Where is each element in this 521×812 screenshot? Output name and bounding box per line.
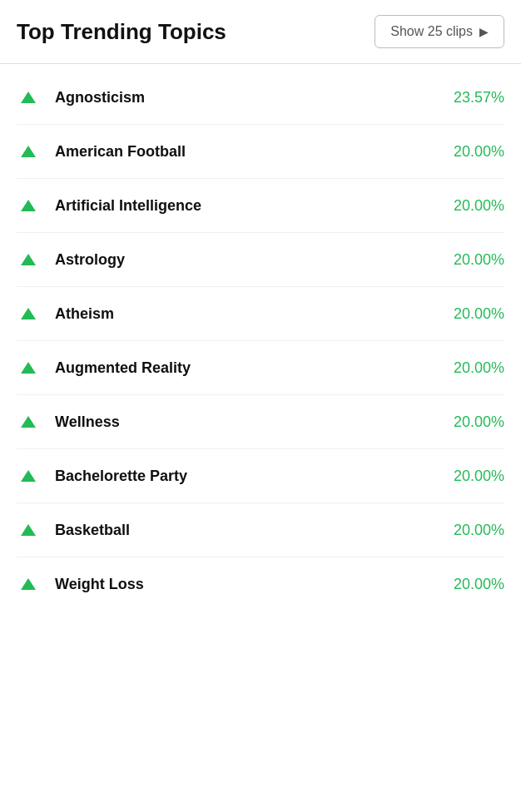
topic-percent: 20.00% [454, 468, 504, 485]
trend-up-icon [17, 302, 40, 325]
topic-percent: 20.00% [454, 522, 504, 539]
topic-percent: 20.00% [454, 576, 504, 593]
topic-item[interactable]: Augmented Reality 20.00% [17, 341, 504, 395]
trend-up-icon [17, 86, 40, 109]
trend-up-icon [17, 356, 40, 379]
topic-name: Atheism [55, 305, 454, 323]
topic-name: Agnosticism [55, 89, 454, 106]
topic-item[interactable]: American Football 20.00% [17, 125, 504, 179]
topic-item[interactable]: Agnosticism 23.57% [17, 71, 504, 125]
show-clips-label: Show 25 clips [390, 24, 473, 39]
topic-name: Bachelorette Party [55, 468, 454, 485]
topic-name: Wellness [55, 413, 454, 431]
play-icon: ▶ [479, 25, 489, 38]
topic-item[interactable]: Basketball 20.00% [17, 503, 504, 557]
topic-item[interactable]: Astrology 20.00% [17, 233, 504, 287]
trend-up-icon [17, 464, 40, 488]
trend-up-icon [17, 518, 40, 542]
trend-up-icon [17, 248, 40, 271]
topic-name: Augmented Reality [55, 359, 454, 377]
topic-item[interactable]: Artificial Intelligence 20.00% [17, 179, 504, 233]
page-header: Top Trending Topics Show 25 clips ▶ [0, 0, 521, 63]
trend-up-icon [17, 410, 40, 433]
topic-item[interactable]: Weight Loss 20.00% [17, 557, 504, 611]
topic-name: Weight Loss [55, 576, 454, 593]
topic-percent: 20.00% [454, 305, 504, 323]
page-title: Top Trending Topics [17, 19, 226, 45]
topic-percent: 20.00% [454, 359, 504, 377]
topic-name: Artificial Intelligence [55, 197, 454, 215]
trend-up-icon [17, 194, 40, 217]
topic-item[interactable]: Bachelorette Party 20.00% [17, 449, 504, 503]
header-divider [0, 63, 521, 64]
trend-up-icon [17, 572, 40, 596]
topic-percent: 20.00% [454, 197, 504, 215]
topic-percent: 20.00% [454, 143, 504, 161]
topic-percent: 20.00% [454, 413, 504, 431]
topic-list: Agnosticism 23.57% American Football 20.… [0, 71, 521, 611]
topic-item[interactable]: Wellness 20.00% [17, 395, 504, 449]
topic-item[interactable]: Atheism 20.00% [17, 287, 504, 341]
topic-name: Astrology [55, 251, 454, 269]
topic-percent: 20.00% [454, 251, 504, 269]
trend-up-icon [17, 140, 40, 163]
topic-percent: 23.57% [454, 89, 504, 106]
topic-name: Basketball [55, 522, 454, 539]
topic-name: American Football [55, 143, 454, 161]
show-clips-button[interactable]: Show 25 clips ▶ [375, 15, 504, 48]
